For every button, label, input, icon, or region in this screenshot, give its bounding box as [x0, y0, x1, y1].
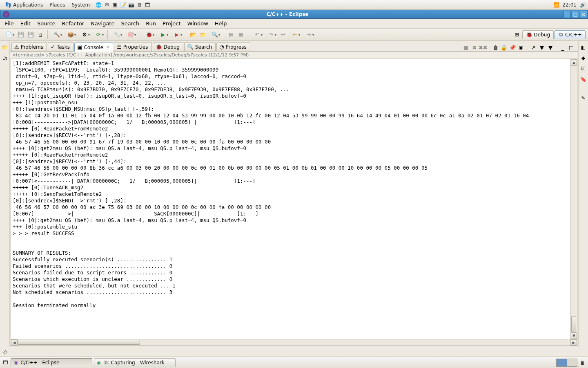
open-console-button[interactable]: ▼: [538, 44, 546, 51]
horizontal-scrollbar[interactable]: ◀ ▶: [11, 339, 577, 346]
workspace-2[interactable]: [567, 359, 577, 366]
target-button[interactable]: 🎯: [124, 30, 137, 39]
tab-properties[interactable]: ☰ Properties: [114, 42, 151, 51]
toggle-mark-button[interactable]: ▤: [227, 30, 236, 39]
window-title: C/C++ - Eclipse: [12, 11, 563, 17]
gnome-places-menu[interactable]: Places: [46, 2, 68, 8]
scroll-lock-button[interactable]: 🔒: [500, 44, 508, 51]
menu-file[interactable]: File: [2, 20, 17, 27]
network-icon[interactable]: 📶: [552, 1, 560, 9]
external-tools-button[interactable]: ▶: [170, 30, 183, 39]
display-selected-button[interactable]: ↗: [530, 44, 537, 51]
build-button[interactable]: 🔨: [50, 30, 63, 39]
open-task-button[interactable]: 📁: [198, 30, 207, 39]
scroll-right-icon[interactable]: ▶: [570, 339, 577, 346]
menu-window[interactable]: Window: [184, 20, 212, 27]
new-console-button[interactable]: ▼: [547, 44, 554, 51]
taskbar-wireshark[interactable]: ◈ lo: Capturing - Wireshark: [94, 358, 176, 367]
menu-refactor[interactable]: Refactor: [59, 20, 88, 27]
window-icon[interactable]: 🗔: [144, 1, 151, 9]
bookmark-icon[interactable]: 🔖: [580, 76, 587, 83]
tab-console[interactable]: ▣ Console ✕: [74, 43, 113, 52]
menu-navigate[interactable]: Navigate: [87, 20, 118, 27]
workspace-1[interactable]: [557, 359, 567, 366]
tab-tasks[interactable]: ✓ Tasks: [48, 42, 74, 51]
next-annotation-button[interactable]: ↷: [265, 30, 278, 39]
menu-search[interactable]: Search: [118, 20, 143, 27]
refresh-button[interactable]: ⟳: [92, 30, 105, 39]
menu-edit[interactable]: Edit: [17, 20, 34, 27]
notes-icon[interactable]: 📝: [119, 1, 127, 9]
gnome-applications-menu[interactable]: 👣 Applications: [2, 2, 46, 8]
save-button[interactable]: 💾: [16, 30, 25, 39]
tab-progress[interactable]: ◔ Progress: [216, 42, 250, 51]
close-button[interactable]: ×: [580, 11, 587, 18]
trash-icon[interactable]: 🗑: [579, 359, 586, 366]
eclipse-titlebar[interactable]: C/C++ - Eclipse _ □ ×: [0, 10, 588, 19]
perspective-debug[interactable]: 🐞 Debug: [522, 30, 554, 39]
show-console-button[interactable]: ▣: [517, 44, 525, 51]
minimize-button[interactable]: _: [564, 11, 571, 18]
hscroll-thumb[interactable]: [18, 340, 140, 345]
remove-launch-button[interactable]: ✖: [471, 44, 478, 51]
remove-all-button[interactable]: ✖✖: [479, 44, 487, 51]
tab-debug[interactable]: 🐞 Debug: [153, 42, 183, 51]
wrench-button[interactable]: 🔧: [110, 30, 123, 39]
prev-annotation-button[interactable]: ↶: [251, 30, 264, 39]
perspective-cpp[interactable]: © C/C++: [555, 30, 586, 39]
volume-icon[interactable]: 🔊: [579, 1, 586, 9]
print-button[interactable]: 🖨: [36, 30, 45, 39]
console-output[interactable]: [1]:addREMOT_SesFcAPattI: state=1 lSPC=1…: [11, 59, 577, 339]
minimize-view-button[interactable]: _: [559, 44, 566, 51]
clear-console-button[interactable]: 🗑: [492, 44, 499, 51]
forward-button[interactable]: →: [302, 30, 315, 39]
screenshot-icon[interactable]: 📷: [127, 1, 135, 9]
menu-help[interactable]: Help: [212, 20, 230, 27]
debug-button[interactable]: 🐞: [143, 30, 156, 39]
workspace-switcher[interactable]: [556, 359, 577, 367]
toggle-block-button[interactable]: ▦: [236, 30, 245, 39]
tasks-icon: ✓: [51, 44, 55, 49]
menu-project[interactable]: Project: [159, 20, 184, 27]
browser-icon[interactable]: 🌐: [95, 1, 102, 9]
project-explorer-icon[interactable]: 📁: [2, 44, 8, 51]
vertical-scrollbar[interactable]: ▲ ▼: [570, 59, 577, 339]
scroll-up-icon[interactable]: ▲: [571, 59, 577, 66]
scroll-left-icon[interactable]: ◀: [11, 339, 18, 346]
build-config-button[interactable]: ⚙: [78, 30, 91, 39]
open-type-button[interactable]: 📂: [189, 30, 198, 39]
mail-icon[interactable]: ✉: [103, 1, 110, 9]
make-targets-icon[interactable]: ◆: [580, 55, 587, 61]
menu-run[interactable]: Run: [143, 20, 159, 27]
scroll-down-icon[interactable]: ▼: [571, 332, 577, 339]
show-desktop-icon[interactable]: 🗔: [2, 359, 9, 366]
new-button[interactable]: 📄: [2, 30, 16, 39]
gnome-system-menu[interactable]: System: [68, 2, 93, 8]
maximize-view-button[interactable]: □: [568, 44, 575, 51]
display-icon[interactable]: 🖥: [136, 1, 143, 9]
clock-label[interactable]: 22:01: [562, 2, 577, 8]
build-all-button[interactable]: 📦: [64, 30, 77, 39]
editor-icon[interactable]: ✎: [580, 95, 587, 101]
open-perspective-button[interactable]: ⊞: [512, 30, 521, 39]
outline-icon[interactable]: ◧: [580, 44, 587, 51]
save-all-button[interactable]: 💾: [26, 30, 35, 39]
run-button[interactable]: ▶: [156, 30, 169, 39]
search-button[interactable]: 🔍: [208, 30, 221, 39]
terminal-icon[interactable]: ▣: [111, 1, 118, 9]
task-list-icon[interactable]: ☑: [580, 65, 587, 72]
tab-search[interactable]: 🔍 Search: [184, 42, 216, 51]
taskbar-eclipse[interactable]: ◉ C/C++ - Eclipse: [11, 358, 92, 367]
tab-problems[interactable]: ⚠ Problems: [11, 42, 47, 51]
vscroll-thumb[interactable]: [571, 316, 576, 332]
last-edit-button[interactable]: ↩: [278, 30, 287, 39]
terminate-button[interactable]: ■: [462, 44, 470, 51]
back-button[interactable]: ←: [288, 30, 301, 39]
navigator-icon[interactable]: 🗂: [2, 55, 8, 61]
menu-source[interactable]: Source: [34, 20, 59, 27]
maximize-button[interactable]: □: [572, 11, 579, 18]
console-panel: ⚠ Problems ✓ Tasks ▣ Console ✕ ☰ Propert…: [10, 41, 578, 347]
close-icon[interactable]: ✕: [106, 45, 109, 50]
pin-console-button[interactable]: 📌: [509, 44, 516, 51]
search-icon: 🔍: [187, 44, 194, 49]
